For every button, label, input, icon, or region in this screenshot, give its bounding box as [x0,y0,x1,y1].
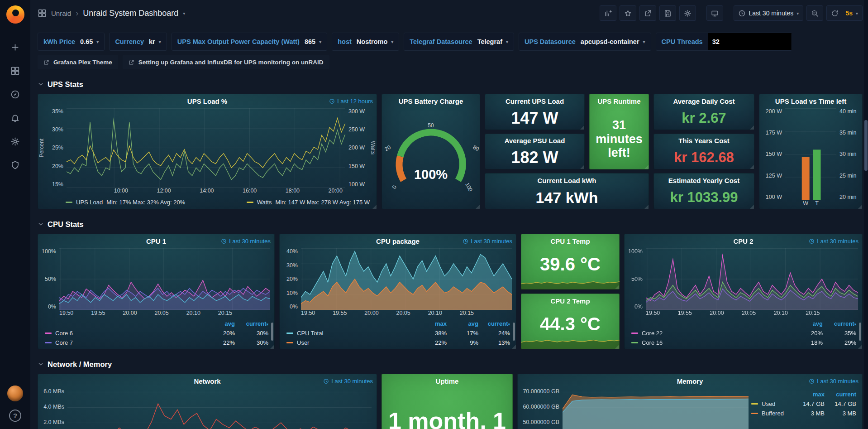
star-icon [624,10,632,17]
page-title[interactable]: Unraid System Dashboard [83,9,178,18]
legend-item[interactable]: Core 7 [45,339,201,346]
cpu-threads-input[interactable]: 32 [708,33,792,50]
legend-col-header[interactable]: current [825,391,856,398]
legend-item-ups-load[interactable]: UPS LoadMin: 17% Max: 32% Avg: 20% [66,199,185,206]
panel-time-range[interactable]: Last 30 minutes [463,238,512,245]
plot-area[interactable] [785,108,836,200]
sidebar-item-explore[interactable] [10,89,21,100]
tv-mode-button[interactable] [706,5,723,21]
panel-time-range[interactable]: Last 30 minutes [809,378,858,385]
plot-area[interactable] [301,248,512,310]
legend-item[interactable]: Core 16 [631,339,789,346]
dashboard-grid-icon[interactable] [38,9,47,18]
panel-header[interactable]: CPU 2 Last 30 minutes [624,234,863,248]
variable-value[interactable]: Nostromo▾ [357,38,394,45]
variable-value[interactable]: kr▾ [149,38,161,45]
panel-header[interactable]: UPS Battery Charge [382,94,480,108]
legend-scrollbar[interactable] [513,323,515,341]
page-scrollbar-thumb[interactable] [864,120,868,171]
variable-value[interactable]: Telegraf▾ [477,38,508,45]
y-axis-left: 200 W175 W150 W125 W100 W [759,108,785,200]
section-ups-stats[interactable]: UPS Stats [38,78,863,90]
variable-kwh-price[interactable]: kWh Price0.65▾ [38,33,105,51]
legend-item-watts[interactable]: WattsMin: 147 W Max: 278 W Avg: 175 W [247,199,370,206]
variable-currency[interactable]: Currencykr▾ [109,33,167,51]
panel-time-range[interactable]: Last 30 minutes [809,238,858,245]
link-grafana-plex-theme[interactable]: Grafana Plex Theme [38,55,118,69]
panel-header[interactable]: UPS Runtime [589,94,649,108]
panel-header[interactable]: Average Daily Cost [653,94,754,108]
panel-header[interactable]: Current Load kWh [485,173,649,188]
dashboard-settings-button[interactable] [679,5,696,21]
variable-value[interactable]: apcupsd-container▾ [581,38,645,45]
panel-header[interactable]: UPS Load vs Time left [759,94,863,108]
legend-col-header[interactable]: current▾ [478,320,510,327]
page-scrollbar[interactable] [864,0,868,429]
legend-item[interactable]: User [286,339,415,346]
panel-time-range[interactable]: Last 30 minutes [323,378,373,385]
panel-time-range[interactable]: Last 30 minutes [221,238,271,245]
legend-col-header[interactable]: max [793,391,825,398]
legend-col-header[interactable]: current▾ [235,320,268,327]
panel-header[interactable]: Uptime [382,374,513,388]
variable-value[interactable]: 0.65▾ [80,38,99,45]
legend-item[interactable]: Core 6 [45,330,201,337]
share-dashboard-button[interactable] [639,5,656,21]
grafana-logo-icon[interactable] [6,5,24,24]
sidebar-item-server-admin[interactable] [10,159,21,170]
panel-header[interactable]: CPU 1 Temp [521,234,620,248]
variable-ups-max-output[interactable]: UPS Max Output Power Capacity (Watt)865▾ [172,33,327,51]
sidebar-item-create[interactable] [10,42,21,53]
zoom-out-button[interactable] [806,5,823,21]
panel-header[interactable]: CPU 2 Temp [521,294,620,308]
variable-ups-datasource[interactable]: UPS Datasourceapcupsd-container▾ [519,33,651,51]
legend-item[interactable]: Used [751,400,793,407]
legend-scrollbar[interactable] [859,323,861,341]
time-range-label: Last 30 minutes [749,10,794,17]
link-ups-monitoring-guide[interactable]: Setting up Grafana and InfluxDB for UPS … [123,55,329,69]
time-range-picker[interactable]: Last 30 minutes ▾ [734,5,804,21]
legend-col-header[interactable]: max [415,320,447,327]
help-icon[interactable]: ? [9,410,21,422]
star-dashboard-button[interactable] [620,5,636,21]
plot-area[interactable] [646,248,858,310]
section-network-memory[interactable]: Network / Memory [38,358,863,370]
save-dashboard-button[interactable] [659,5,676,21]
caret-down-icon[interactable]: ▾ [183,11,185,16]
panel-header[interactable]: UPS Load % Last 12 hours [38,94,377,108]
panel-header[interactable]: This Years Cost [653,134,754,148]
legend-col-header[interactable]: current▾ [823,320,856,327]
panel-header[interactable]: CPU package Last 30 minutes [279,234,516,248]
plot-area[interactable] [563,388,749,429]
legend-col-header[interactable]: avg [789,320,823,327]
refresh-picker[interactable]: 5s ▾ [826,5,863,21]
variable-telegraf-datasource[interactable]: Telegraf DatasourceTelegraf▾ [404,33,514,51]
panel-header[interactable]: Estimated Yearly Cost [653,173,754,188]
panel-header[interactable]: Current UPS Load [485,94,585,108]
legend-item[interactable]: Core 22 [631,330,789,337]
legend-item[interactable]: Buffered [751,410,793,417]
variable-value[interactable]: 865▾ [305,38,321,45]
panel-title: Current Load kWh [538,177,596,184]
sidebar-item-configuration[interactable] [10,136,21,147]
legend-scrollbar[interactable] [271,323,273,341]
panel-header[interactable]: Network Last 30 minutes [38,374,377,388]
add-panel-button[interactable] [600,5,616,21]
panel-header[interactable]: Average PSU Load [485,134,585,148]
section-cpu-stats[interactable]: CPU Stats [38,218,863,230]
legend-item[interactable]: CPU Total [286,330,415,337]
plot-area[interactable] [67,388,372,429]
panel-header[interactable]: CPU 1 Last 30 minutes [38,234,275,248]
variable-host[interactable]: hostNostromo▾ [332,33,399,51]
plot-area[interactable] [67,108,345,188]
variable-label: CPU Threads [662,38,703,45]
legend-col-header[interactable]: avg [447,320,478,327]
panel-header[interactable]: Memory Last 30 minutes [517,374,863,388]
sidebar-item-alerting[interactable] [10,112,21,123]
breadcrumb-folder[interactable]: Unraid [51,10,71,17]
avatar[interactable] [7,386,23,401]
sidebar-item-dashboards[interactable] [10,65,21,76]
panel-time-range[interactable]: Last 12 hours [329,98,373,105]
plot-area[interactable] [59,248,270,310]
legend-col-header[interactable]: avg [201,320,235,327]
